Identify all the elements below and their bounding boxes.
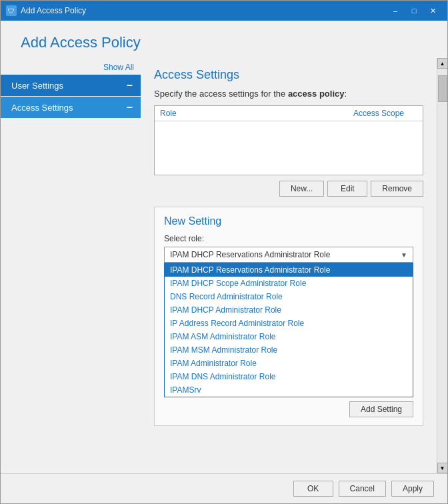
description-bold: access policy	[285, 89, 344, 99]
new-setting-title: New Setting	[164, 215, 413, 227]
cancel-button[interactable]: Cancel	[339, 481, 386, 497]
section-title: Access Settings	[154, 68, 423, 82]
table-col-role-header: Role	[160, 109, 282, 118]
dropdown-option-0[interactable]: IPAM DHCP Reservations Administrator Rol…	[165, 263, 413, 277]
show-all-link[interactable]: Show All	[1, 61, 141, 75]
main-content: Access Settings Specify the access setti…	[141, 58, 437, 473]
role-dropdown-selected-value: IPAM DHCP Reservations Administrator Rol…	[170, 250, 330, 259]
dropdown-option-3[interactable]: IPAM DHCP Administrator Role	[165, 303, 413, 317]
window: 🛡 Add Access Policy – □ ✕ Add Access Pol…	[0, 0, 448, 504]
role-dropdown-container: IPAM DHCP Reservations Administrator Rol…	[164, 247, 413, 397]
section-description: Specify the access settings for the acce…	[154, 89, 423, 99]
sidebar-item-access-settings-label: Access Settings	[11, 103, 73, 113]
add-setting-button[interactable]: Add Setting	[349, 401, 413, 417]
table-body	[155, 121, 423, 175]
window-body: Add Access Policy Show All User Settings…	[1, 21, 447, 503]
access-settings-collapse-icon: –	[127, 102, 133, 113]
scroll-track[interactable]	[437, 69, 447, 463]
table-actions: New... Edit Remove	[154, 181, 423, 197]
new-button[interactable]: New...	[279, 181, 324, 197]
dropdown-option-6[interactable]: IPAM MSM Administrator Role	[165, 343, 413, 357]
title-bar-text: Add Access Policy	[21, 6, 386, 15]
remove-button[interactable]: Remove	[371, 181, 423, 197]
scroll-thumb[interactable]	[438, 75, 447, 102]
table-header: Role Access Scope	[155, 106, 423, 121]
dropdown-option-4[interactable]: IP Address Record Administrator Role	[165, 317, 413, 330]
description-post: :	[344, 89, 347, 99]
dropdown-option-8[interactable]: IPAM DNS Administrator Role	[165, 370, 413, 383]
user-settings-collapse-icon: –	[127, 80, 133, 91]
access-settings-table: Role Access Scope	[154, 105, 423, 175]
dropdown-option-1[interactable]: IPAM DHCP Scope Administrator Role	[165, 277, 413, 290]
dropdown-option-2[interactable]: DNS Record Administrator Role	[165, 290, 413, 303]
vertical-scrollbar: ▲ ▼	[437, 58, 447, 473]
window-icon: 🛡	[6, 5, 17, 16]
title-bar: 🛡 Add Access Policy – □ ✕	[1, 1, 447, 21]
new-setting-section: New Setting Select role: IPAM DHCP Reser…	[154, 207, 423, 426]
maximize-button[interactable]: □	[405, 4, 423, 17]
dropdown-option-7[interactable]: IPAM Administrator Role	[165, 357, 413, 370]
content-area: Show All User Settings – Access Settings…	[1, 58, 447, 473]
role-dropdown[interactable]: IPAM DHCP Reservations Administrator Rol…	[164, 247, 413, 263]
dropdown-option-5[interactable]: IPAM ASM Administrator Role	[165, 330, 413, 343]
page-title: Add Access Policy	[21, 34, 427, 51]
role-dropdown-list: IPAM DHCP Reservations Administrator Rol…	[164, 263, 413, 397]
add-setting-row: Add Setting	[164, 401, 413, 417]
scroll-down-button[interactable]: ▼	[437, 463, 448, 473]
sidebar: Show All User Settings – Access Settings…	[1, 58, 141, 473]
apply-button[interactable]: Apply	[391, 481, 434, 497]
ok-button[interactable]: OK	[293, 481, 333, 497]
page-header: Add Access Policy	[1, 21, 447, 58]
sidebar-item-user-settings-label: User Settings	[11, 81, 63, 91]
sidebar-item-user-settings[interactable]: User Settings –	[1, 75, 141, 96]
minimize-button[interactable]: –	[386, 4, 405, 17]
title-bar-controls: – □ ✕	[386, 4, 442, 17]
table-col-scope-header: Access Scope	[282, 109, 417, 118]
close-button[interactable]: ✕	[423, 4, 442, 17]
sidebar-item-access-settings[interactable]: Access Settings –	[1, 97, 141, 118]
scroll-up-button[interactable]: ▲	[437, 58, 448, 69]
dropdown-option-9[interactable]: IPAMSrv	[165, 383, 413, 397]
description-pre: Specify the access settings for the	[154, 89, 285, 99]
footer: OK Cancel Apply	[1, 473, 447, 503]
select-role-label: Select role:	[164, 234, 413, 243]
edit-button[interactable]: Edit	[327, 181, 367, 197]
dropdown-arrow-icon: ▼	[401, 251, 407, 259]
